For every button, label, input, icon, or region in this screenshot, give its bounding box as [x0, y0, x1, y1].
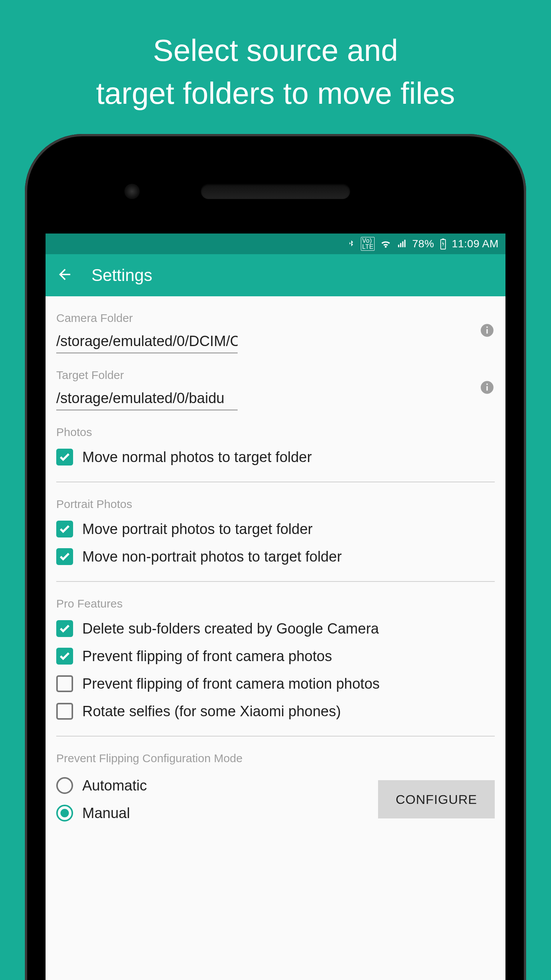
battery-charging-icon	[440, 238, 447, 250]
phone-top	[25, 134, 526, 234]
pro-heading: Pro Features	[56, 597, 495, 610]
phone-camera-dot	[124, 184, 140, 199]
configure-button[interactable]: CONFIGURE	[378, 780, 495, 818]
prevent-flip-motion-checkbox[interactable]	[56, 675, 73, 692]
volte-icon: Vo)LTE	[361, 237, 375, 251]
promo-heading: Select source and target folders to move…	[0, 0, 551, 115]
svg-rect-1	[442, 238, 444, 240]
prevent-flip-row[interactable]: Prevent flipping of front camera photos	[56, 642, 495, 670]
move-portrait-row[interactable]: Move portrait photos to target folder	[56, 515, 495, 543]
camera-folder-input[interactable]	[56, 329, 238, 353]
delete-subfolders-checkbox[interactable]	[56, 620, 73, 637]
flip-mode-automatic-row[interactable]: Automatic	[56, 772, 370, 799]
move-normal-photos-label: Move normal photos to target folder	[82, 449, 312, 466]
bluetooth-icon	[347, 238, 355, 250]
move-non-portrait-checkbox[interactable]	[56, 548, 73, 565]
pro-features-section: Pro Features Delete sub-folders created …	[56, 582, 495, 737]
phone-speaker	[201, 184, 350, 199]
flip-mode-heading: Prevent Flipping Configuration Mode	[56, 752, 495, 765]
phone-frame: Vo)LTE 78% 11:09 AM Settings	[25, 134, 526, 980]
svg-rect-6	[486, 386, 487, 390]
photos-section: Photos Move normal photos to target fold…	[56, 410, 495, 482]
settings-content: Camera Folder Target Folder	[46, 296, 505, 827]
target-folder-section: Target Folder	[56, 353, 495, 410]
flip-mode-section: Prevent Flipping Configuration Mode Auto…	[56, 737, 495, 827]
move-portrait-checkbox[interactable]	[56, 521, 73, 537]
status-bar: Vo)LTE 78% 11:09 AM	[46, 234, 505, 254]
svg-rect-3	[486, 329, 487, 333]
svg-rect-7	[486, 384, 487, 385]
move-non-portrait-row[interactable]: Move non-portrait photos to target folde…	[56, 543, 495, 570]
clock: 11:09 AM	[452, 238, 499, 250]
move-normal-photos-checkbox[interactable]	[56, 449, 73, 466]
prevent-flip-checkbox[interactable]	[56, 648, 73, 665]
move-portrait-label: Move portrait photos to target folder	[82, 521, 313, 537]
flip-mode-manual-row[interactable]: Manual	[56, 799, 370, 827]
signal-icon	[397, 239, 407, 249]
move-normal-photos-row[interactable]: Move normal photos to target folder	[56, 443, 495, 471]
prevent-flip-motion-label: Prevent flipping of front camera motion …	[82, 676, 380, 692]
prevent-flip-label: Prevent flipping of front camera photos	[82, 648, 332, 665]
info-icon[interactable]	[479, 323, 495, 338]
wifi-icon	[380, 238, 391, 250]
flip-mode-automatic-label: Automatic	[82, 777, 147, 794]
photos-heading: Photos	[56, 426, 495, 439]
prevent-flip-motion-row[interactable]: Prevent flipping of front camera motion …	[56, 670, 495, 697]
info-icon[interactable]	[479, 380, 495, 395]
delete-subfolders-row[interactable]: Delete sub-folders created by Google Cam…	[56, 615, 495, 642]
svg-rect-4	[486, 327, 487, 328]
portrait-photos-section: Portrait Photos Move portrait photos to …	[56, 482, 495, 582]
target-folder-label: Target Folder	[56, 369, 473, 382]
flip-mode-manual-label: Manual	[82, 805, 130, 822]
flip-mode-manual-radio[interactable]	[56, 805, 73, 822]
camera-folder-section: Camera Folder	[56, 296, 495, 353]
camera-folder-label: Camera Folder	[56, 312, 473, 325]
back-button[interactable]	[56, 266, 73, 284]
arrow-left-icon	[56, 266, 73, 283]
rotate-selfies-row[interactable]: Rotate selfies (for some Xiaomi phones)	[56, 697, 495, 725]
promo-line-2: target folders to move files	[0, 72, 551, 115]
portrait-heading: Portrait Photos	[56, 498, 495, 511]
screen: Vo)LTE 78% 11:09 AM Settings	[46, 234, 505, 980]
page-title: Settings	[91, 266, 152, 285]
move-non-portrait-label: Move non-portrait photos to target folde…	[82, 549, 342, 565]
rotate-selfies-checkbox[interactable]	[56, 703, 73, 720]
promo-line-1: Select source and	[0, 29, 551, 72]
battery-percent: 78%	[412, 238, 434, 250]
flip-mode-automatic-radio[interactable]	[56, 777, 73, 794]
app-bar: Settings	[46, 254, 505, 296]
rotate-selfies-label: Rotate selfies (for some Xiaomi phones)	[82, 703, 341, 720]
target-folder-input[interactable]	[56, 386, 238, 410]
delete-subfolders-label: Delete sub-folders created by Google Cam…	[82, 621, 379, 637]
